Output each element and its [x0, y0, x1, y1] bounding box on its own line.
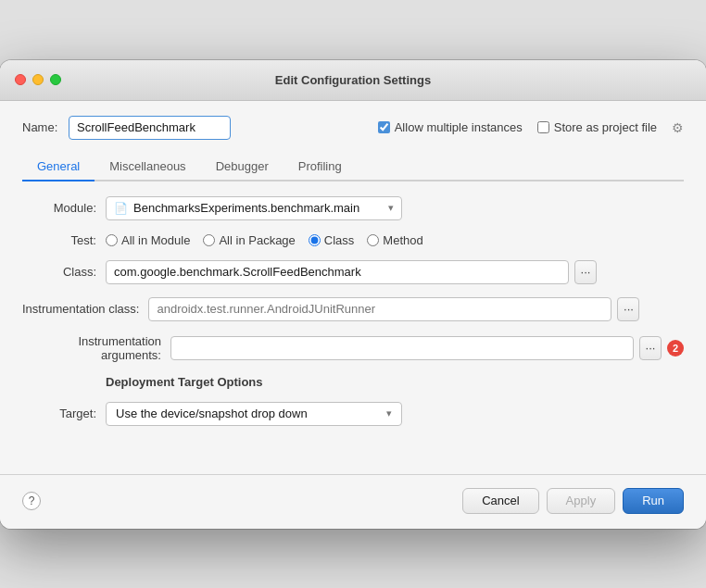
module-row: Module: 📄 BenchmarksExperiments.benchmar…: [22, 196, 684, 220]
dialog-body: Name: Allow multiple instances Store as …: [0, 101, 706, 474]
form-area: Module: 📄 BenchmarksExperiments.benchmar…: [22, 196, 684, 456]
test-row: Test: All in Module All in Package Cl: [22, 233, 684, 247]
cancel-button[interactable]: Cancel: [462, 488, 538, 514]
name-input[interactable]: [69, 116, 231, 140]
apply-button[interactable]: Apply: [547, 488, 616, 514]
radio-class-label: Class: [324, 233, 355, 247]
instrumentation-args-row: Instrumentation arguments: ··· 2: [22, 334, 684, 362]
module-icon: 📄: [114, 202, 128, 215]
window-title: Edit Configuration Settings: [275, 73, 431, 87]
test-label: Test:: [22, 233, 96, 247]
dialog-window: Edit Configuration Settings Name: Allow …: [0, 60, 706, 529]
class-row: Class: ···: [22, 260, 684, 284]
target-select[interactable]: Use the device/snapshot drop down ▾: [106, 402, 402, 426]
radio-all-in-package-label: All in Package: [219, 233, 295, 247]
tabs-bar: General Miscellaneous Debugger Profiling: [22, 153, 684, 181]
instrumentation-args-input[interactable]: [170, 336, 634, 360]
traffic-lights: [15, 74, 61, 85]
minimize-button[interactable]: [32, 74, 44, 85]
radio-class[interactable]: Class: [309, 233, 355, 247]
allow-multiple-checkbox[interactable]: [378, 121, 390, 133]
module-label: Module:: [22, 201, 96, 215]
target-row: Target: Use the device/snapshot drop dow…: [22, 402, 684, 426]
radio-all-in-module-label: All in Module: [121, 233, 190, 247]
chevron-down-icon: ▾: [388, 202, 394, 214]
title-bar: Edit Configuration Settings: [0, 60, 706, 101]
radio-all-in-package[interactable]: All in Package: [203, 233, 295, 247]
instrumentation-args-badge: 2: [667, 340, 684, 357]
instrumentation-args-label: Instrumentation arguments:: [22, 334, 161, 362]
instrumentation-class-input[interactable]: [148, 297, 611, 321]
target-text: Use the device/snapshot drop down: [116, 407, 386, 420]
tab-general[interactable]: General: [22, 153, 95, 181]
instrumentation-class-field-row: ···: [148, 297, 639, 321]
instrumentation-class-browse-button[interactable]: ···: [617, 297, 639, 321]
bottom-actions: Cancel Apply Run: [462, 488, 684, 514]
radio-class-input[interactable]: [309, 234, 321, 246]
instrumentation-class-label: Instrumentation class:: [22, 302, 139, 316]
instrumentation-args-field-row: ··· 2: [170, 336, 684, 360]
radio-all-in-module-input[interactable]: [106, 234, 118, 246]
form-section: Module: 📄 BenchmarksExperiments.benchmar…: [22, 196, 684, 426]
instrumentation-args-browse-button[interactable]: ···: [639, 336, 662, 360]
radio-method-label: Method: [383, 233, 422, 247]
class-field-row: ···: [106, 260, 597, 284]
instrumentation-class-row: Instrumentation class: ···: [22, 297, 684, 321]
radio-group: All in Module All in Package Class: [106, 233, 423, 247]
module-select[interactable]: 📄 BenchmarksExperiments.benchmark.main ▾: [106, 196, 402, 220]
radio-all-in-module[interactable]: All in Module: [106, 233, 190, 247]
checkbox-group: Allow multiple instances Store as projec…: [378, 120, 684, 135]
class-label: Class:: [22, 265, 96, 279]
radio-method-input[interactable]: [367, 234, 379, 246]
bottom-bar: ? Cancel Apply Run: [0, 474, 706, 529]
target-label: Target:: [22, 407, 96, 420]
deployment-section-header: Deployment Target Options: [106, 375, 684, 389]
store-as-project-checkbox-label[interactable]: Store as project file: [537, 120, 657, 134]
radio-method[interactable]: Method: [367, 233, 422, 247]
class-input[interactable]: [106, 260, 569, 284]
tab-profiling[interactable]: Profiling: [284, 153, 357, 181]
module-text: BenchmarksExperiments.benchmark.main: [133, 201, 383, 215]
run-button[interactable]: Run: [623, 488, 684, 514]
target-chevron-icon: ▾: [386, 407, 392, 419]
name-label: Name:: [22, 120, 59, 134]
radio-all-in-package-input[interactable]: [203, 234, 215, 246]
store-as-project-checkbox[interactable]: [537, 121, 549, 133]
gear-icon[interactable]: ⚙: [672, 120, 684, 135]
tab-miscellaneous[interactable]: Miscellaneous: [95, 153, 200, 181]
name-row: Name: Allow multiple instances Store as …: [22, 116, 684, 140]
maximize-button[interactable]: [50, 74, 61, 85]
store-as-project-label: Store as project file: [554, 120, 657, 134]
close-button[interactable]: [15, 74, 26, 85]
tab-debugger[interactable]: Debugger: [201, 153, 284, 181]
class-browse-button[interactable]: ···: [574, 260, 597, 284]
allow-multiple-checkbox-label[interactable]: Allow multiple instances: [378, 120, 523, 134]
allow-multiple-label: Allow multiple instances: [395, 120, 523, 134]
help-button[interactable]: ?: [22, 492, 41, 510]
